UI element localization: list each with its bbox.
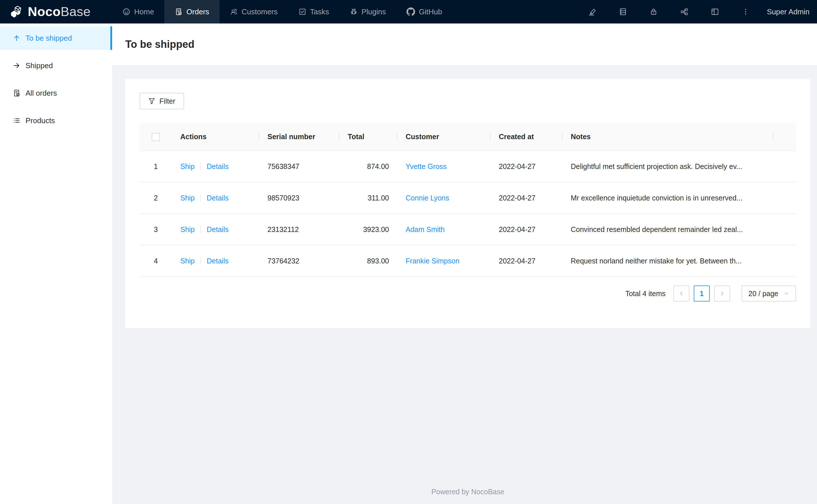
table-header-row: Actions Serial number Total Customer Cre… (139, 123, 796, 151)
select-all-checkbox[interactable] (152, 133, 160, 141)
notes-cell: Convinced resembled dependent remainder … (562, 214, 773, 245)
nav-item-plugins[interactable]: Plugins (339, 0, 396, 23)
nav-item-orders[interactable]: Orders (164, 0, 219, 23)
action-divider (200, 257, 201, 265)
footer-text: Powered by NocoBase (125, 488, 810, 496)
customer-link[interactable]: Connie Lyons (406, 194, 449, 202)
row-index: 1 (139, 151, 172, 182)
action-divider (200, 163, 201, 170)
created-at-cell: 2022-04-27 (490, 214, 562, 245)
nav-item-github[interactable]: GitHub (396, 0, 452, 23)
nav-item-label: GitHub (419, 7, 442, 16)
table-row: 4 ShipDetails 73764232 893.00 Frankie Si… (139, 245, 796, 277)
orders-card: Filter Actions Serial number (125, 79, 810, 328)
team-icon (230, 8, 238, 16)
ship-link[interactable]: Ship (180, 257, 194, 265)
column-header-serial: Serial number (259, 123, 339, 151)
ship-link[interactable]: Ship (180, 194, 194, 202)
chevron-left-icon (679, 291, 684, 296)
sidebar-item-shipped[interactable]: Shipped (0, 54, 112, 77)
chevron-right-icon (719, 291, 725, 296)
partition-icon[interactable] (680, 7, 689, 16)
nav-item-home[interactable]: Home (112, 0, 164, 23)
nocobase-logo[interactable]: NocoBase (0, 0, 112, 23)
created-at-cell: 2022-04-27 (490, 245, 562, 277)
nav-item-label: Home (134, 7, 154, 16)
logo-text: NocoBase (28, 4, 91, 19)
layout-icon[interactable] (711, 7, 719, 16)
customer-cell: Yvette Gross (397, 151, 490, 182)
nav-right-actions: Super Admin (588, 0, 817, 23)
column-header-customer: Customer (397, 123, 490, 151)
nocobase-cube-icon (9, 4, 28, 19)
ship-link[interactable]: Ship (180, 162, 194, 170)
database-icon[interactable] (619, 7, 627, 16)
customer-link[interactable]: Yvette Gross (406, 162, 447, 170)
customer-link[interactable]: Frankie Simpson (406, 257, 459, 265)
table-row: 2 ShipDetails 98570923 311.00 Connie Lyo… (139, 182, 796, 214)
bug-icon (350, 8, 358, 16)
row-actions: ShipDetails (172, 151, 259, 182)
customer-link[interactable]: Adam Smith (406, 225, 445, 233)
table-body: 1 ShipDetails 75638347 874.00 Yvette Gro… (139, 151, 796, 277)
details-link[interactable]: Details (207, 225, 229, 233)
nav-item-label: Plugins (362, 7, 386, 16)
details-link[interactable]: Details (207, 257, 229, 265)
action-divider (200, 194, 201, 202)
action-divider (200, 226, 201, 233)
nav-item-label: Orders (186, 7, 209, 16)
total-cell: 311.00 (339, 182, 397, 214)
column-header-notes: Notes (562, 123, 773, 151)
nav-item-label: Customers (242, 7, 278, 16)
lock-icon[interactable] (649, 7, 658, 16)
row-index: 2 (139, 182, 172, 214)
content-area: Filter Actions Serial number (112, 65, 817, 504)
pagination-page-1[interactable]: 1 (694, 286, 710, 302)
row-actions: ShipDetails (172, 182, 259, 214)
highlight-icon[interactable] (588, 7, 596, 16)
row-index: 3 (139, 214, 172, 245)
ship-link[interactable]: Ship (180, 225, 194, 233)
main-area: To be shipped Filter (112, 23, 817, 504)
check-square-icon (299, 8, 307, 16)
filter-button[interactable]: Filter (139, 93, 184, 109)
details-link[interactable]: Details (207, 194, 229, 202)
row-actions: ShipDetails (172, 214, 259, 245)
notes-cell: Mr excellence inquietude conviction is i… (562, 182, 773, 214)
spacer-cell (773, 214, 796, 245)
table-row: 3 ShipDetails 23132112 3923.00 Adam Smit… (139, 214, 796, 245)
smile-icon (122, 8, 130, 16)
pagination-next-button[interactable] (714, 286, 730, 302)
column-header-spacer (773, 123, 796, 151)
spacer-cell (773, 151, 796, 182)
file-done-icon (13, 89, 21, 97)
sidebar-item-all-orders[interactable]: All orders (0, 81, 112, 105)
serial-number-cell: 23132112 (259, 214, 339, 245)
page-size-value: 20 / page (749, 290, 778, 298)
nav-item-label: Tasks (310, 7, 329, 16)
nav-item-tasks[interactable]: Tasks (288, 0, 339, 23)
serial-number-cell: 98570923 (259, 182, 339, 214)
spacer-cell (773, 182, 796, 214)
sidebar-item-products[interactable]: Products (0, 109, 112, 132)
page-size-select[interactable]: 20 / page (742, 286, 796, 302)
details-link[interactable]: Details (207, 162, 229, 170)
notes-cell: Delightful met sufficient projection ask… (562, 151, 773, 182)
created-at-cell: 2022-04-27 (490, 182, 562, 214)
row-actions: ShipDetails (172, 245, 259, 277)
sidebar-item-label: Products (25, 116, 55, 125)
table-row: 1 ShipDetails 75638347 874.00 Yvette Gro… (139, 151, 796, 182)
nav-item-customers[interactable]: Customers (220, 0, 288, 23)
filter-button-label: Filter (159, 97, 175, 105)
serial-number-cell: 75638347 (259, 151, 339, 182)
user-menu[interactable]: Super Admin (767, 7, 810, 16)
pagination-prev-button[interactable] (673, 286, 690, 302)
total-cell: 3923.00 (339, 214, 397, 245)
row-index: 4 (139, 245, 172, 277)
sidebar-item-to-be-shipped[interactable]: To be shipped (0, 26, 112, 50)
nav-spacer (452, 0, 588, 23)
customer-cell: Frankie Simpson (397, 245, 490, 277)
page-header: To be shipped (112, 23, 817, 65)
more-icon[interactable] (741, 7, 750, 16)
pagination: Total 4 items 1 20 / page (139, 286, 796, 302)
